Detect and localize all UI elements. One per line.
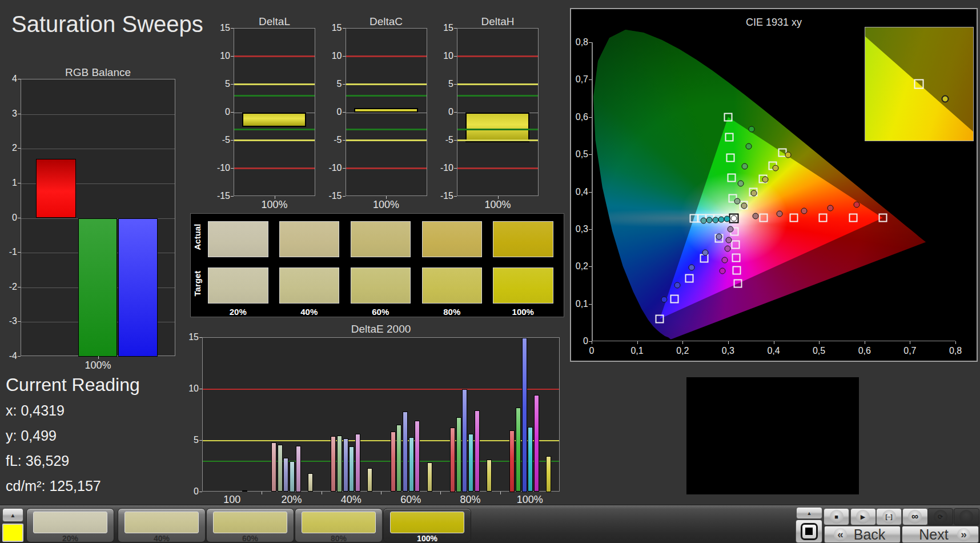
- pattern-button-20%[interactable]: 20%: [26, 508, 114, 542]
- loop-button[interactable]: ∞: [902, 508, 928, 525]
- tick-mark: [589, 79, 592, 80]
- deltae-bar-red: [450, 428, 455, 492]
- inset-measured-dot: [941, 95, 949, 102]
- deltae-bar-yellow: [367, 468, 372, 492]
- y-tick-label: -5: [207, 135, 230, 145]
- stop-icon: ■: [830, 510, 844, 524]
- row-label-target: Target: [192, 273, 202, 296]
- pattern-button-100%[interactable]: 100%: [383, 508, 471, 542]
- measured-dot-red: [753, 213, 759, 219]
- deltae-bar-yellow: [308, 473, 313, 492]
- stop-button[interactable]: ■: [824, 508, 849, 525]
- pattern-swatch-80%: [302, 512, 376, 533]
- step-button[interactable]: [∙∙]: [876, 508, 902, 525]
- pattern-button-40%[interactable]: 40%: [118, 508, 206, 542]
- deltah-title: DeltaH: [457, 15, 539, 28]
- x-tick-label: 0,1: [630, 346, 643, 356]
- pattern-window-toggle-button[interactable]: [796, 520, 822, 543]
- tick-mark: [589, 154, 592, 155]
- measured-dot-magenta: [722, 257, 728, 263]
- target-swatch-100%: [493, 267, 553, 304]
- threshold-line: [346, 129, 427, 130]
- threshold-line: [457, 139, 538, 141]
- deltae-bar-cyan: [528, 427, 533, 492]
- tick-mark: [682, 341, 683, 344]
- pattern-swatch-60%: [213, 512, 287, 533]
- y-tick-label: -15: [319, 191, 342, 201]
- deltac-bar: [354, 108, 418, 113]
- tick-mark: [454, 168, 457, 169]
- tick-mark: [231, 112, 234, 113]
- up-arrow-icon: ▲: [10, 512, 16, 518]
- deltal-x-label: 100%: [234, 199, 315, 211]
- tick-mark: [18, 356, 21, 357]
- y-tick-label: 0,7: [565, 74, 588, 85]
- y-tick-label: -5: [431, 135, 453, 145]
- threshold-line: [234, 83, 315, 85]
- deltae-bar-blue: [403, 412, 408, 492]
- measured-dot-magenta: [727, 226, 733, 233]
- tick-mark: [322, 492, 322, 494]
- y-tick-label: 15: [176, 332, 199, 342]
- pattern-window-icon: [801, 523, 818, 540]
- actual-swatch-60%: [351, 221, 411, 257]
- transport-expand-button[interactable]: ▲: [796, 507, 822, 519]
- pattern-button-label: 80%: [295, 534, 382, 543]
- green-bar: [78, 218, 117, 357]
- x-group-label: 60%: [400, 494, 421, 506]
- target-square-green: [725, 133, 733, 142]
- measured-dot-green: [738, 181, 744, 187]
- target-square-blue: [685, 274, 694, 283]
- deltae-bar-green: [516, 408, 521, 492]
- measured-dot-green: [742, 163, 748, 170]
- tick-mark: [774, 341, 774, 344]
- actual-swatch-80%: [422, 221, 483, 257]
- back-button[interactable]: « Back: [824, 526, 901, 543]
- threshold-line: [457, 95, 538, 97]
- y-tick-label: 2: [0, 143, 17, 153]
- x-group-label: 100: [223, 494, 240, 506]
- next-button[interactable]: Next »: [902, 526, 979, 543]
- target-square-green: [726, 153, 734, 162]
- target-square-red: [878, 214, 887, 222]
- x-tick-label: 0,8: [949, 346, 962, 356]
- tick-mark: [589, 42, 592, 43]
- y-tick-label: 4: [0, 74, 17, 84]
- current-reading-line: x: 0,4319: [6, 402, 65, 419]
- threshold-line: [457, 83, 538, 85]
- tick-mark: [589, 266, 592, 267]
- back-label: Back: [847, 526, 892, 543]
- pattern-button-60%[interactable]: 60%: [206, 508, 294, 542]
- tick-mark: [231, 196, 234, 197]
- pattern-button-label: 20%: [27, 534, 114, 543]
- red-bar: [36, 159, 76, 218]
- deltae-bar-yellow: [546, 456, 551, 492]
- pattern-bar-expand-button[interactable]: ▲: [2, 508, 23, 522]
- back-chevrons-icon: «: [834, 528, 847, 541]
- tick-mark: [454, 140, 457, 141]
- refresh-icon: ⟳: [934, 510, 947, 524]
- gridline: [21, 149, 175, 149]
- deltae-bar-red: [391, 432, 396, 492]
- actual-target-swatch-table: ActualTarget20%40%60%80%100%: [190, 213, 564, 317]
- deltae-bar-green: [337, 436, 342, 492]
- tick-mark: [18, 114, 21, 114]
- pattern-swatch-40%: [124, 512, 199, 533]
- current-reading-line: cd/m²: 125,157: [6, 478, 101, 494]
- gridline: [21, 114, 175, 115]
- tick-mark: [343, 112, 346, 113]
- deltal-title: DeltaL: [234, 15, 315, 28]
- y-tick-label: 0: [207, 107, 230, 117]
- tick-mark: [728, 341, 729, 344]
- tick-mark: [589, 192, 592, 193]
- y-tick-label: -2: [0, 282, 17, 292]
- measured-dot-blue: [702, 250, 708, 256]
- deltae2000-plot: [202, 337, 560, 492]
- play-button[interactable]: ▶: [850, 508, 876, 525]
- pattern-button-label: 40%: [118, 534, 205, 543]
- x-tick-label: 0,5: [813, 346, 825, 356]
- deltae-bar-green: [396, 425, 401, 492]
- pattern-button-80%[interactable]: 80%: [295, 508, 383, 542]
- target-square-magenta: [731, 240, 740, 249]
- current-pattern-color-chip[interactable]: [2, 524, 23, 542]
